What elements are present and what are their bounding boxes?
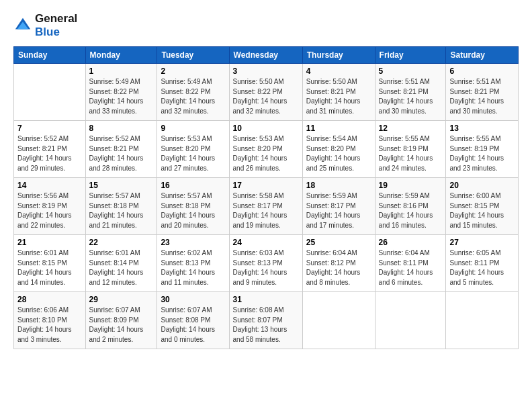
- weekday-header: Friday: [375, 47, 446, 64]
- day-number: 29: [89, 295, 154, 304]
- day-info: Sunrise: 5:58 AM Sunset: 8:17 PM Dayligh…: [233, 191, 299, 230]
- calendar-cell: 18Sunrise: 5:59 AM Sunset: 8:17 PM Dayli…: [302, 178, 375, 235]
- day-number: 16: [161, 181, 225, 190]
- calendar-cell: 9Sunrise: 5:53 AM Sunset: 8:20 PM Daylig…: [157, 121, 229, 178]
- day-number: 19: [379, 181, 443, 190]
- day-info: Sunrise: 5:59 AM Sunset: 8:16 PM Dayligh…: [379, 191, 443, 230]
- calendar-cell: 14Sunrise: 5:56 AM Sunset: 8:19 PM Dayli…: [14, 178, 86, 235]
- day-number: 13: [449, 124, 515, 133]
- header: General Blue: [13, 12, 519, 38]
- day-number: 20: [449, 181, 515, 190]
- calendar-cell: 26Sunrise: 6:04 AM Sunset: 8:11 PM Dayli…: [375, 235, 446, 292]
- day-info: Sunrise: 5:51 AM Sunset: 8:21 PM Dayligh…: [379, 77, 443, 116]
- day-info: Sunrise: 5:54 AM Sunset: 8:20 PM Dayligh…: [306, 134, 371, 173]
- day-info: Sunrise: 6:07 AM Sunset: 8:09 PM Dayligh…: [89, 306, 154, 345]
- calendar-cell: 10Sunrise: 5:53 AM Sunset: 8:20 PM Dayli…: [229, 121, 302, 178]
- calendar-week-row: 21Sunrise: 6:01 AM Sunset: 8:15 PM Dayli…: [14, 235, 519, 292]
- calendar-cell: 19Sunrise: 5:59 AM Sunset: 8:16 PM Dayli…: [375, 178, 446, 235]
- calendar-cell: 23Sunrise: 6:02 AM Sunset: 8:13 PM Dayli…: [157, 235, 229, 292]
- day-info: Sunrise: 5:59 AM Sunset: 8:17 PM Dayligh…: [306, 191, 371, 230]
- day-info: Sunrise: 5:49 AM Sunset: 8:22 PM Dayligh…: [89, 77, 154, 116]
- day-number: 26: [379, 238, 443, 247]
- day-info: Sunrise: 6:00 AM Sunset: 8:15 PM Dayligh…: [449, 191, 515, 230]
- day-info: Sunrise: 5:57 AM Sunset: 8:18 PM Dayligh…: [161, 191, 225, 230]
- calendar-cell: [375, 292, 446, 349]
- calendar-cell: [14, 64, 86, 121]
- day-number: 5: [379, 66, 443, 76]
- day-number: 1: [89, 66, 154, 76]
- day-info: Sunrise: 5:56 AM Sunset: 8:19 PM Dayligh…: [17, 191, 82, 230]
- day-info: Sunrise: 5:51 AM Sunset: 8:21 PM Dayligh…: [449, 77, 515, 116]
- calendar-cell: 28Sunrise: 6:06 AM Sunset: 8:10 PM Dayli…: [14, 292, 86, 349]
- day-number: 7: [17, 124, 82, 133]
- calendar-cell: 11Sunrise: 5:54 AM Sunset: 8:20 PM Dayli…: [302, 121, 375, 178]
- weekday-header: Sunday: [14, 47, 86, 64]
- day-number: 15: [89, 181, 154, 190]
- calendar-cell: 7Sunrise: 5:52 AM Sunset: 8:21 PM Daylig…: [14, 121, 86, 178]
- calendar-cell: 13Sunrise: 5:55 AM Sunset: 8:19 PM Dayli…: [446, 121, 519, 178]
- day-number: 4: [306, 66, 371, 76]
- weekday-header: Monday: [85, 47, 157, 64]
- calendar-cell: 20Sunrise: 6:00 AM Sunset: 8:15 PM Dayli…: [446, 178, 519, 235]
- day-info: Sunrise: 6:01 AM Sunset: 8:15 PM Dayligh…: [17, 248, 82, 287]
- day-number: 23: [161, 238, 225, 247]
- day-info: Sunrise: 5:53 AM Sunset: 8:20 PM Dayligh…: [233, 134, 299, 173]
- day-number: 17: [233, 181, 299, 190]
- day-info: Sunrise: 5:49 AM Sunset: 8:22 PM Dayligh…: [161, 77, 225, 116]
- day-number: 8: [89, 124, 154, 133]
- day-number: 22: [89, 238, 154, 247]
- day-info: Sunrise: 6:04 AM Sunset: 8:12 PM Dayligh…: [306, 248, 371, 287]
- day-number: 9: [161, 124, 225, 133]
- calendar-cell: 1Sunrise: 5:49 AM Sunset: 8:22 PM Daylig…: [85, 64, 157, 121]
- day-number: 6: [449, 66, 515, 76]
- day-info: Sunrise: 6:08 AM Sunset: 8:07 PM Dayligh…: [233, 306, 299, 345]
- day-info: Sunrise: 6:03 AM Sunset: 8:13 PM Dayligh…: [233, 248, 299, 287]
- weekday-header: Wednesday: [229, 47, 302, 64]
- page: General Blue SundayMondayTuesdayWednesda…: [0, 0, 532, 356]
- logo-text: General Blue: [35, 12, 77, 38]
- calendar-cell: 16Sunrise: 5:57 AM Sunset: 8:18 PM Dayli…: [157, 178, 229, 235]
- day-info: Sunrise: 5:52 AM Sunset: 8:21 PM Dayligh…: [89, 134, 154, 173]
- day-info: Sunrise: 6:01 AM Sunset: 8:14 PM Dayligh…: [89, 248, 154, 287]
- logo: General Blue: [13, 12, 77, 38]
- calendar-cell: 21Sunrise: 6:01 AM Sunset: 8:15 PM Dayli…: [14, 235, 86, 292]
- calendar-cell: 12Sunrise: 5:55 AM Sunset: 8:19 PM Dayli…: [375, 121, 446, 178]
- calendar-cell: 5Sunrise: 5:51 AM Sunset: 8:21 PM Daylig…: [375, 64, 446, 121]
- day-info: Sunrise: 5:50 AM Sunset: 8:22 PM Dayligh…: [233, 77, 299, 116]
- day-info: Sunrise: 6:06 AM Sunset: 8:10 PM Dayligh…: [17, 306, 82, 345]
- calendar-table: SundayMondayTuesdayWednesdayThursdayFrid…: [13, 46, 519, 349]
- day-number: 11: [306, 124, 371, 133]
- day-number: 2: [161, 66, 225, 76]
- day-info: Sunrise: 6:07 AM Sunset: 8:08 PM Dayligh…: [161, 306, 225, 345]
- calendar-cell: 24Sunrise: 6:03 AM Sunset: 8:13 PM Dayli…: [229, 235, 302, 292]
- day-info: Sunrise: 5:55 AM Sunset: 8:19 PM Dayligh…: [379, 134, 443, 173]
- day-info: Sunrise: 5:55 AM Sunset: 8:19 PM Dayligh…: [449, 134, 515, 173]
- weekday-header: Tuesday: [157, 47, 229, 64]
- logo-icon: [13, 16, 32, 35]
- calendar-week-row: 1Sunrise: 5:49 AM Sunset: 8:22 PM Daylig…: [14, 64, 519, 121]
- day-number: 18: [306, 181, 371, 190]
- calendar-cell: 30Sunrise: 6:07 AM Sunset: 8:08 PM Dayli…: [157, 292, 229, 349]
- day-number: 24: [233, 238, 299, 247]
- calendar-cell: [302, 292, 375, 349]
- day-info: Sunrise: 5:52 AM Sunset: 8:21 PM Dayligh…: [17, 134, 82, 173]
- calendar-week-row: 14Sunrise: 5:56 AM Sunset: 8:19 PM Dayli…: [14, 178, 519, 235]
- day-info: Sunrise: 6:02 AM Sunset: 8:13 PM Dayligh…: [161, 248, 225, 287]
- calendar-cell: 15Sunrise: 5:57 AM Sunset: 8:18 PM Dayli…: [85, 178, 157, 235]
- calendar-cell: 6Sunrise: 5:51 AM Sunset: 8:21 PM Daylig…: [446, 64, 519, 121]
- day-number: 14: [17, 181, 82, 190]
- logo-blue: Blue: [35, 26, 60, 38]
- day-number: 27: [449, 238, 515, 247]
- day-number: 10: [233, 124, 299, 133]
- calendar-week-row: 7Sunrise: 5:52 AM Sunset: 8:21 PM Daylig…: [14, 121, 519, 178]
- day-number: 28: [17, 295, 82, 304]
- calendar-cell: [446, 292, 519, 349]
- day-info: Sunrise: 5:57 AM Sunset: 8:18 PM Dayligh…: [89, 191, 154, 230]
- calendar-cell: 27Sunrise: 6:05 AM Sunset: 8:11 PM Dayli…: [446, 235, 519, 292]
- day-number: 31: [233, 295, 299, 304]
- calendar-header-row: SundayMondayTuesdayWednesdayThursdayFrid…: [14, 47, 519, 64]
- calendar-cell: 3Sunrise: 5:50 AM Sunset: 8:22 PM Daylig…: [229, 64, 302, 121]
- calendar-cell: 29Sunrise: 6:07 AM Sunset: 8:09 PM Dayli…: [85, 292, 157, 349]
- calendar-cell: 25Sunrise: 6:04 AM Sunset: 8:12 PM Dayli…: [302, 235, 375, 292]
- day-info: Sunrise: 6:05 AM Sunset: 8:11 PM Dayligh…: [449, 248, 515, 287]
